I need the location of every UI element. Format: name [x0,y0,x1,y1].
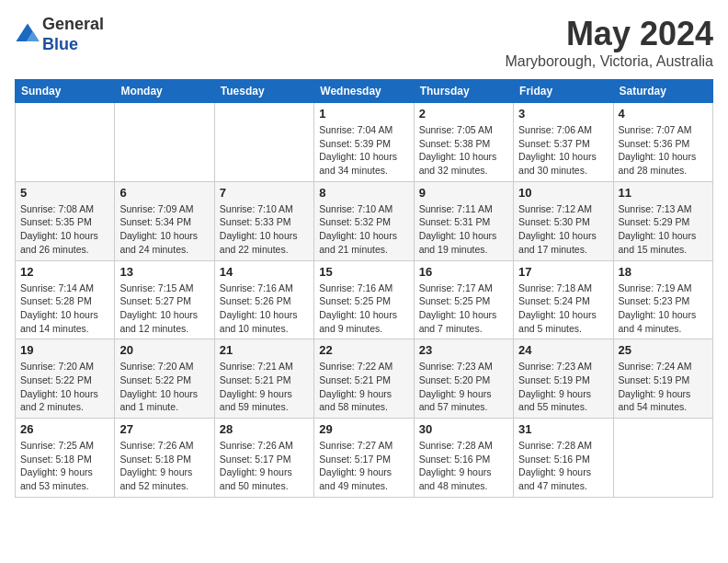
calendar-cell [214,103,313,182]
day-number: 9 [419,186,508,200]
day-info: Sunrise: 7:06 AM Sunset: 5:37 PM Dayligh… [518,123,608,178]
day-info: Sunrise: 7:16 AM Sunset: 5:26 PM Dayligh… [220,282,309,336]
calendar-cell: 18Sunrise: 7:19 AM Sunset: 5:23 PM Dayli… [613,260,712,339]
calendar-cell [115,103,214,182]
day-number: 17 [518,265,608,279]
day-info: Sunrise: 7:15 AM Sunset: 5:27 PM Dayligh… [119,282,209,336]
calendar-cell: 27Sunrise: 7:26 AM Sunset: 5:18 PM Dayli… [115,419,214,498]
day-info: Sunrise: 7:16 AM Sunset: 5:25 PM Dayligh… [319,282,408,336]
day-number: 18 [619,265,708,279]
calendar-cell: 19Sunrise: 7:20 AM Sunset: 5:22 PM Dayli… [16,339,115,419]
location: Maryborough, Victoria, Australia [506,53,713,70]
day-number: 8 [319,186,408,200]
page-header: General Blue May 2024 Maryborough, Victo… [15,15,713,70]
calendar-table: SundayMondayTuesdayWednesdayThursdayFrid… [15,79,713,498]
day-info: Sunrise: 7:10 AM Sunset: 5:32 PM Dayligh… [319,202,408,257]
day-number: 20 [119,343,209,357]
day-info: Sunrise: 7:26 AM Sunset: 5:17 PM Dayligh… [220,439,309,493]
calendar-cell: 23Sunrise: 7:23 AM Sunset: 5:20 PM Dayli… [414,339,513,419]
calendar-cell: 5Sunrise: 7:08 AM Sunset: 5:35 PM Daylig… [16,181,115,260]
calendar-cell: 2Sunrise: 7:05 AM Sunset: 5:38 PM Daylig… [414,103,513,182]
day-info: Sunrise: 7:07 AM Sunset: 5:36 PM Dayligh… [619,123,708,178]
calendar-week-2: 5Sunrise: 7:08 AM Sunset: 5:35 PM Daylig… [16,181,713,260]
day-number: 4 [619,107,708,121]
day-number: 30 [419,422,508,436]
calendar-cell: 26Sunrise: 7:25 AM Sunset: 5:18 PM Dayli… [16,419,115,498]
day-number: 21 [220,343,309,357]
day-number: 2 [419,107,508,121]
day-info: Sunrise: 7:18 AM Sunset: 5:24 PM Dayligh… [518,282,608,336]
day-info: Sunrise: 7:27 AM Sunset: 5:17 PM Dayligh… [319,439,408,493]
day-number: 31 [518,422,608,436]
month-title: May 2024 [506,15,713,53]
calendar-week-1: 1Sunrise: 7:04 AM Sunset: 5:39 PM Daylig… [16,103,713,182]
col-header-saturday: Saturday [613,80,712,103]
day-number: 29 [319,422,408,436]
day-info: Sunrise: 7:20 AM Sunset: 5:22 PM Dayligh… [119,360,209,414]
calendar-cell: 28Sunrise: 7:26 AM Sunset: 5:17 PM Dayli… [214,419,313,498]
day-info: Sunrise: 7:19 AM Sunset: 5:23 PM Dayligh… [619,282,708,336]
logo-text: General Blue [42,15,104,54]
day-number: 1 [319,107,408,121]
day-number: 16 [419,265,508,279]
day-number: 14 [220,265,309,279]
day-number: 6 [119,186,209,200]
day-info: Sunrise: 7:28 AM Sunset: 5:16 PM Dayligh… [419,439,508,493]
col-header-thursday: Thursday [414,80,513,103]
calendar-cell: 16Sunrise: 7:17 AM Sunset: 5:25 PM Dayli… [414,260,513,339]
day-number: 23 [419,343,508,357]
calendar-cell: 6Sunrise: 7:09 AM Sunset: 5:34 PM Daylig… [115,181,214,260]
calendar-cell: 4Sunrise: 7:07 AM Sunset: 5:36 PM Daylig… [613,103,712,182]
calendar-cell: 25Sunrise: 7:24 AM Sunset: 5:19 PM Dayli… [613,339,712,419]
day-number: 5 [20,186,109,200]
logo: General Blue [15,15,104,54]
calendar-week-5: 26Sunrise: 7:25 AM Sunset: 5:18 PM Dayli… [16,419,713,498]
day-info: Sunrise: 7:23 AM Sunset: 5:19 PM Dayligh… [518,360,608,414]
col-header-wednesday: Wednesday [314,80,414,103]
calendar-cell: 10Sunrise: 7:12 AM Sunset: 5:30 PM Dayli… [514,181,613,260]
day-info: Sunrise: 7:14 AM Sunset: 5:28 PM Dayligh… [20,282,109,336]
calendar-cell: 1Sunrise: 7:04 AM Sunset: 5:39 PM Daylig… [314,103,414,182]
day-info: Sunrise: 7:26 AM Sunset: 5:18 PM Dayligh… [119,439,209,493]
day-info: Sunrise: 7:13 AM Sunset: 5:29 PM Dayligh… [619,202,708,257]
calendar-cell: 29Sunrise: 7:27 AM Sunset: 5:17 PM Dayli… [314,419,414,498]
calendar-cell: 17Sunrise: 7:18 AM Sunset: 5:24 PM Dayli… [514,260,613,339]
day-number: 19 [20,343,109,357]
day-info: Sunrise: 7:04 AM Sunset: 5:39 PM Dayligh… [319,123,408,178]
calendar-cell: 13Sunrise: 7:15 AM Sunset: 5:27 PM Dayli… [115,260,214,339]
day-number: 24 [518,343,608,357]
day-number: 3 [518,107,608,121]
day-number: 12 [20,265,109,279]
day-info: Sunrise: 7:10 AM Sunset: 5:33 PM Dayligh… [220,202,309,257]
calendar-cell: 21Sunrise: 7:21 AM Sunset: 5:21 PM Dayli… [214,339,313,419]
day-number: 28 [220,422,309,436]
day-number: 22 [319,343,408,357]
day-number: 25 [619,343,708,357]
calendar-cell: 8Sunrise: 7:10 AM Sunset: 5:32 PM Daylig… [314,181,414,260]
col-header-sunday: Sunday [16,80,115,103]
day-number: 15 [319,265,408,279]
calendar-cell: 20Sunrise: 7:20 AM Sunset: 5:22 PM Dayli… [115,339,214,419]
day-number: 10 [518,186,608,200]
day-number: 7 [220,186,309,200]
calendar-cell: 9Sunrise: 7:11 AM Sunset: 5:31 PM Daylig… [414,181,513,260]
day-number: 27 [119,422,209,436]
day-info: Sunrise: 7:25 AM Sunset: 5:18 PM Dayligh… [20,439,109,493]
day-info: Sunrise: 7:09 AM Sunset: 5:34 PM Dayligh… [119,202,209,257]
calendar-week-4: 19Sunrise: 7:20 AM Sunset: 5:22 PM Dayli… [16,339,713,419]
calendar-cell: 3Sunrise: 7:06 AM Sunset: 5:37 PM Daylig… [514,103,613,182]
calendar-header: SundayMondayTuesdayWednesdayThursdayFrid… [16,80,713,103]
calendar-cell: 22Sunrise: 7:22 AM Sunset: 5:21 PM Dayli… [314,339,414,419]
day-info: Sunrise: 7:12 AM Sunset: 5:30 PM Dayligh… [518,202,608,257]
day-info: Sunrise: 7:20 AM Sunset: 5:22 PM Dayligh… [20,360,109,414]
calendar-cell [613,419,712,498]
calendar-cell: 24Sunrise: 7:23 AM Sunset: 5:19 PM Dayli… [514,339,613,419]
day-info: Sunrise: 7:23 AM Sunset: 5:20 PM Dayligh… [419,360,508,414]
calendar-cell: 14Sunrise: 7:16 AM Sunset: 5:26 PM Dayli… [214,260,313,339]
day-info: Sunrise: 7:28 AM Sunset: 5:16 PM Dayligh… [518,439,608,493]
day-info: Sunrise: 7:08 AM Sunset: 5:35 PM Dayligh… [20,202,109,257]
calendar-cell: 11Sunrise: 7:13 AM Sunset: 5:29 PM Dayli… [613,181,712,260]
col-header-monday: Monday [115,80,214,103]
day-info: Sunrise: 7:17 AM Sunset: 5:25 PM Dayligh… [419,282,508,336]
day-info: Sunrise: 7:22 AM Sunset: 5:21 PM Dayligh… [319,360,408,414]
